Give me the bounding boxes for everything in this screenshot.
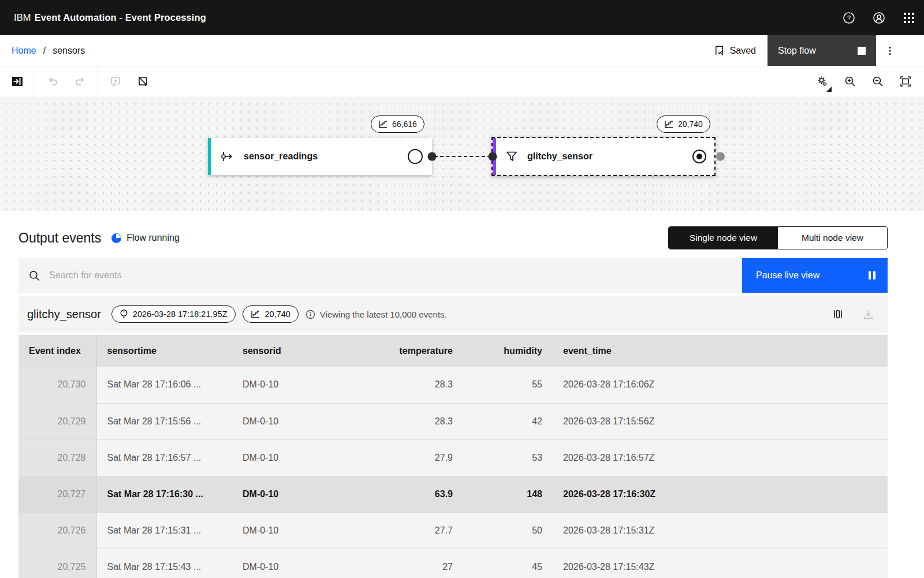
undo-button[interactable] bbox=[39, 68, 66, 95]
pause-icon bbox=[868, 271, 876, 280]
table-header: Event index sensortime sensorid temperat… bbox=[18, 335, 888, 367]
cell-event-index: 20,725 bbox=[18, 549, 96, 578]
node-results-subheader: glitchy_sensor 2026-03-28 17:18:21.95Z 2… bbox=[18, 296, 888, 332]
tab-multi-node-view[interactable]: Multi node view bbox=[778, 227, 887, 249]
stop-flow-label: Stop flow bbox=[778, 46, 816, 56]
filter-icon bbox=[505, 150, 518, 163]
cell-event-time: 2026-03-28 17:16:06Z bbox=[553, 367, 888, 403]
cell-humidity: 53 bbox=[463, 439, 553, 476]
cell-humidity: 148 bbox=[463, 476, 553, 512]
cell-event-index: 20,728 bbox=[18, 439, 96, 476]
timestamp-icon bbox=[120, 309, 128, 319]
cell-event-time: 2026-03-28 17:16:30Z bbox=[553, 476, 888, 512]
event-count-badge-source: 66,616 bbox=[371, 115, 424, 133]
col-humidity: humidity bbox=[463, 335, 553, 367]
app-switcher-button[interactable] bbox=[894, 0, 924, 35]
undo-icon bbox=[46, 75, 59, 88]
download-button[interactable] bbox=[856, 303, 880, 326]
save-status-label: Saved bbox=[730, 46, 756, 56]
cell-event-index: 20,727 bbox=[18, 476, 96, 512]
overflow-menu-button[interactable] bbox=[876, 35, 904, 66]
svg-text:?: ? bbox=[847, 14, 851, 21]
user-profile-button[interactable] bbox=[864, 0, 894, 35]
section-title: Output events bbox=[18, 230, 101, 246]
selected-node-name: glitchy_sensor bbox=[27, 308, 101, 321]
cell-temperature: 27.7 bbox=[377, 512, 463, 549]
cell-humidity: 50 bbox=[463, 512, 553, 549]
node-glitchy-sensor[interactable]: glitchy_sensor bbox=[491, 137, 716, 176]
open-panel-button[interactable] bbox=[3, 68, 31, 95]
output-port[interactable] bbox=[428, 152, 437, 161]
help-button[interactable]: ? bbox=[834, 0, 864, 35]
events-table-wrap: Event index sensortime sensorid temperat… bbox=[18, 335, 888, 578]
event-count-chip-label: 20,740 bbox=[265, 309, 290, 319]
table-row[interactable]: 20,726 Sat Mar 28 17:15:31 ... DM-0-10 2… bbox=[18, 512, 888, 549]
cell-sensortime: Sat Mar 28 17:15:43 ... bbox=[96, 549, 232, 578]
cell-event-time: 2026-03-28 17:15:31Z bbox=[553, 512, 888, 549]
flow-status: Flow running bbox=[111, 233, 180, 243]
node-accent-bar bbox=[208, 138, 211, 175]
breadcrumb-current: sensors bbox=[53, 46, 85, 56]
search-box bbox=[18, 258, 742, 293]
table-row[interactable]: 20,727 Sat Mar 28 17:16:30 ... DM-0-10 6… bbox=[18, 476, 888, 512]
info-icon bbox=[305, 309, 315, 319]
fit-to-screen-button[interactable] bbox=[892, 68, 919, 95]
node-view-switcher: Single node view Multi node view bbox=[668, 226, 888, 249]
cell-event-time: 2026-03-28 17:15:43Z bbox=[553, 549, 888, 578]
table-row[interactable]: 20,725 Sat Mar 28 17:15:43 ... DM-0-10 2… bbox=[18, 549, 888, 578]
fit-to-screen-icon bbox=[899, 75, 912, 88]
brand-prefix: IBM bbox=[14, 12, 31, 23]
search-input[interactable] bbox=[49, 270, 742, 281]
view-settings-button[interactable] bbox=[808, 68, 836, 95]
col-event-time: event_time bbox=[553, 335, 888, 367]
output-anchor-circle[interactable] bbox=[408, 149, 423, 164]
zoom-out-icon bbox=[871, 75, 884, 88]
step-chart-icon bbox=[251, 310, 260, 319]
cell-temperature: 28.3 bbox=[377, 367, 463, 403]
canvas-toolbar bbox=[0, 66, 924, 96]
pause-live-view-button[interactable]: Pause live view bbox=[742, 258, 888, 293]
cell-sensorid: DM-0-10 bbox=[232, 439, 377, 476]
node-connection-edge bbox=[434, 156, 491, 157]
deselect-button[interactable] bbox=[129, 68, 157, 95]
breadcrumb-home-link[interactable]: Home bbox=[12, 46, 36, 56]
stop-flow-button[interactable]: Stop flow bbox=[767, 35, 876, 66]
tab-single-node-view[interactable]: Single node view bbox=[669, 227, 778, 249]
events-info-text: Viewing the latest 10,000 events. bbox=[320, 309, 447, 319]
cell-sensortime: Sat Mar 28 17:15:56 ... bbox=[96, 403, 232, 439]
step-chart-icon bbox=[664, 120, 674, 129]
event-count-badge-filter: 20,740 bbox=[657, 115, 710, 133]
redo-button[interactable] bbox=[66, 68, 94, 95]
section-head-left: Output events Flow running bbox=[18, 230, 180, 246]
cell-humidity: 45 bbox=[463, 549, 553, 578]
input-port[interactable] bbox=[489, 152, 497, 161]
split-button-caret bbox=[826, 87, 832, 92]
output-selected-radio[interactable] bbox=[692, 150, 706, 163]
toolbar-left bbox=[0, 66, 161, 96]
table-row[interactable]: 20,730 Sat Mar 28 17:16:06 ... DM-0-10 2… bbox=[18, 367, 888, 403]
cell-sensortime: Sat Mar 28 17:16:06 ... bbox=[96, 367, 232, 403]
toolbar-group-edit bbox=[98, 66, 161, 96]
event-count-chip[interactable]: 20,740 bbox=[243, 305, 299, 323]
zoom-in-button[interactable] bbox=[836, 68, 864, 95]
save-status: Saved bbox=[714, 35, 767, 66]
add-comment-button[interactable] bbox=[102, 68, 129, 95]
ghost-output-port[interactable] bbox=[716, 152, 725, 161]
progress-icon bbox=[111, 233, 121, 243]
flow-status-label: Flow running bbox=[126, 233, 180, 243]
breadcrumb-separator: / bbox=[43, 46, 46, 56]
column-settings-button[interactable] bbox=[826, 303, 850, 326]
node-sensor-readings[interactable]: sensor_readings bbox=[208, 138, 432, 175]
toolbar-group-panel bbox=[0, 66, 35, 96]
table-row[interactable]: 20,728 Sat Mar 28 17:16:57 ... DM-0-10 2… bbox=[18, 439, 888, 476]
cell-event-index: 20,726 bbox=[18, 512, 96, 549]
radio-dot bbox=[696, 154, 702, 159]
flow-actions: Saved Stop flow bbox=[714, 35, 924, 66]
cell-temperature: 27 bbox=[377, 549, 463, 578]
zoom-out-button[interactable] bbox=[864, 68, 892, 95]
badge-count: 66,616 bbox=[392, 120, 417, 129]
timestamp-chip[interactable]: 2026-03-28 17:18:21.95Z bbox=[111, 305, 236, 323]
cell-sensorid: DM-0-10 bbox=[232, 512, 377, 549]
table-row[interactable]: 20,729 Sat Mar 28 17:15:56 ... DM-0-10 2… bbox=[18, 403, 888, 439]
flow-canvas[interactable]: 66,616 20,740 sensor_readings glitchy_se… bbox=[0, 96, 924, 211]
